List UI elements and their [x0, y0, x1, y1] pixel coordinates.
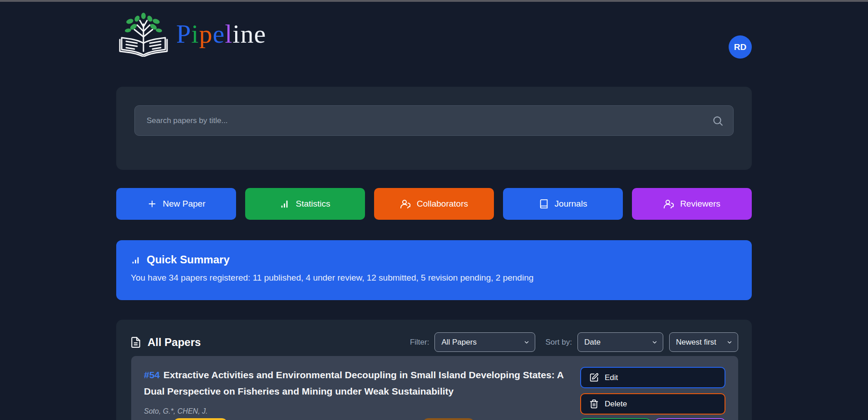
- search-panel: [116, 87, 752, 170]
- logo-letter: p: [199, 19, 212, 49]
- logo-letter: i: [232, 19, 240, 49]
- search-box: [134, 105, 734, 136]
- logo-book-tree-icon: [116, 11, 171, 57]
- extra-action-button[interactable]: [580, 418, 651, 420]
- logo-letter: i: [191, 19, 199, 49]
- bar-chart-icon: [280, 199, 290, 209]
- list-controls: Filter: All Papers Sort by: Date Newest …: [410, 332, 738, 352]
- logo-letter: e: [254, 19, 266, 49]
- extra-action-button[interactable]: [655, 418, 725, 420]
- status-badge: [422, 418, 475, 420]
- chevron-down-icon: [523, 339, 530, 346]
- collaborators-button[interactable]: Collaborators: [374, 188, 494, 220]
- sort-order-select[interactable]: Newest first: [669, 332, 738, 352]
- user-avatar[interactable]: RD: [729, 35, 752, 59]
- top-strip: [0, 0, 868, 2]
- search-input[interactable]: [134, 105, 734, 136]
- header: Pipeline RD: [116, 11, 752, 59]
- collaborators-label: Collaborators: [417, 199, 468, 209]
- file-text-icon: [130, 336, 142, 348]
- sort-select-value: Date: [584, 338, 601, 347]
- paper-authors: Soto, G.*, CHEN, J.: [144, 407, 568, 415]
- paper-actions-extra-row: [580, 418, 725, 420]
- statistics-button[interactable]: Statistics: [245, 188, 365, 220]
- edit-icon: [589, 373, 599, 382]
- users-icon: [663, 198, 674, 209]
- logo: Pipeline: [116, 11, 266, 57]
- trash-icon: [589, 399, 599, 409]
- chevron-down-icon: [651, 339, 658, 346]
- sort-select[interactable]: Date: [577, 332, 663, 352]
- new-paper-button[interactable]: New Paper: [116, 188, 236, 220]
- delete-label: Delete: [605, 400, 627, 409]
- all-papers-title-text: All Papers: [148, 336, 201, 349]
- reviewers-button[interactable]: Reviewers: [632, 188, 752, 220]
- logo-text: Pipeline: [176, 11, 266, 57]
- paper-card: #54Extractive Activities and Environment…: [131, 356, 738, 420]
- actions-row: New Paper Statistics Collaborators: [116, 188, 752, 220]
- journals-label: Journals: [555, 199, 587, 209]
- logo-letter: e: [212, 19, 225, 49]
- logo-letter: l: [225, 19, 232, 49]
- sort-by-label: Sort by:: [545, 338, 572, 347]
- logo-letter: n: [240, 19, 254, 49]
- paper-title-text: Extractive Activities and Environmental …: [144, 370, 563, 396]
- edit-button[interactable]: Edit: [580, 367, 725, 388]
- filter-label: Filter:: [410, 338, 429, 347]
- paper-id: #54: [144, 370, 160, 380]
- journals-button[interactable]: Journals: [503, 188, 623, 220]
- book-icon: [539, 199, 549, 209]
- filter-select[interactable]: All Papers: [434, 332, 535, 352]
- quick-summary-text: You have 34 papers registered: 11 publis…: [131, 273, 737, 283]
- paper-actions: Edit Delete: [580, 367, 725, 420]
- bar-chart-icon: [131, 255, 141, 265]
- all-papers-panel: All Papers Filter: All Papers Sort by: D…: [116, 320, 752, 420]
- quick-summary-banner: Quick Summary You have 34 papers registe…: [116, 240, 752, 300]
- users-icon: [400, 198, 411, 209]
- sort-order-value: Newest first: [676, 338, 716, 347]
- statistics-label: Statistics: [296, 199, 330, 209]
- quick-summary-header: Quick Summary: [131, 253, 737, 266]
- reviewers-label: Reviewers: [680, 199, 720, 209]
- search-icon: [712, 115, 724, 127]
- plus-icon: [147, 199, 157, 209]
- delete-button[interactable]: Delete: [580, 393, 725, 415]
- all-papers-header: All Papers Filter: All Papers Sort by: D…: [130, 332, 738, 352]
- quick-summary-title: Quick Summary: [147, 253, 230, 266]
- paper-title: #54Extractive Activities and Environment…: [144, 367, 568, 400]
- all-papers-title: All Papers: [130, 336, 201, 349]
- new-paper-label: New Paper: [163, 199, 206, 209]
- status-badge: [173, 418, 228, 420]
- chevron-down-icon: [726, 339, 733, 346]
- filter-select-value: All Papers: [441, 338, 476, 347]
- edit-label: Edit: [605, 373, 618, 382]
- logo-letter: P: [176, 19, 191, 49]
- paper-main: #54Extractive Activities and Environment…: [144, 367, 568, 420]
